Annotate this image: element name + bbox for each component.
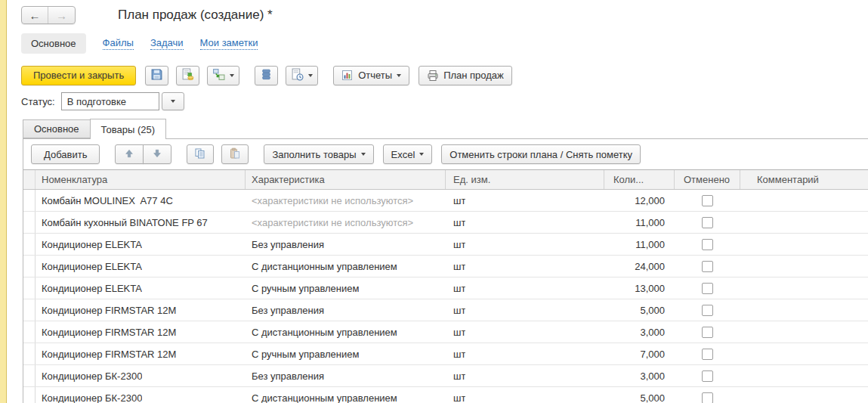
cancelled-checkbox[interactable] [702,370,713,382]
column-header-cancelled[interactable]: Отменено [675,170,740,189]
cell-unit: шт [453,349,465,360]
status-label: Статус: [21,96,55,107]
print-button-label: План продаж [443,70,504,81]
add-row-button[interactable]: Добавить [31,144,100,164]
table-row[interactable]: Кондиционер ELEKTA Без управления шт 11,… [23,234,868,256]
row-marker-cell [23,212,36,233]
cell-nomenclature: Кондиционер FIRMSTAR 12M [42,327,176,338]
cell-unit: шт [453,261,465,272]
move-down-button[interactable] [143,144,171,164]
column-header-characteristic[interactable]: Характеристика [246,170,446,189]
chevron-down-icon [419,153,424,156]
table-row[interactable]: Кондиционер БК-2300 Без управления шт 3,… [23,365,868,387]
chevron-down-icon [308,74,313,77]
row-marker-cell [23,321,36,343]
row-marker-cell [23,387,36,403]
column-header-quantity[interactable]: Коли... [604,170,675,189]
forward-button[interactable]: → [48,7,75,23]
table-row[interactable]: Комбайн MOULINEX A77 4C <характеристики … [23,190,868,212]
cell-unit: шт [453,305,465,316]
cell-unit: шт [453,370,465,382]
cell-quantity: 13,000 [635,283,665,294]
save-icon [150,68,163,83]
reports-button[interactable]: Отчеты [333,66,409,85]
printer-icon [427,70,439,82]
command-bar: Провести и закрыть Отчеты [21,65,868,85]
row-marker-column [23,170,36,189]
nav-tab-main[interactable]: Основное [21,33,86,54]
table-row[interactable]: Кондиционер FIRMSTAR 12M С дистанционным… [23,321,868,343]
reports-button-label: Отчеты [358,70,392,81]
row-marker-cell [23,256,36,277]
table-row[interactable]: Кондиционер ELEKTA С дистанционным управ… [23,256,868,277]
cancel-plan-rows-button[interactable]: Отменить строки плана / Снять пометку [441,144,641,164]
cancelled-checkbox[interactable] [702,349,713,360]
nav-tab-tasks[interactable]: Задачи [150,37,184,50]
cancelled-checkbox[interactable] [702,239,713,250]
tab-main[interactable]: Основное [23,119,91,138]
post-document-icon [181,68,194,83]
chevron-down-icon [171,100,175,103]
print-sales-plan-button[interactable]: План продаж [419,66,512,85]
cancelled-checkbox[interactable] [702,327,713,338]
save-button[interactable] [145,66,168,85]
table-row[interactable]: Комбайн кухонный BINATONE FP 67 <характе… [23,212,868,234]
back-button[interactable]: ← [22,7,48,23]
document-clock-button[interactable] [286,66,318,85]
cell-quantity: 11,000 [635,239,665,250]
arrow-up-icon [124,148,134,161]
table-toolbar: Добавить Заполнить товар [23,139,868,169]
row-marker-cell [23,190,36,211]
status-input[interactable]: В подготовке [61,92,159,110]
goods-table: Номенклатура Характеристика Ед. изм. Кол… [23,169,868,403]
create-based-on-button[interactable] [207,66,239,85]
row-marker-cell [23,365,36,386]
move-up-button[interactable] [115,144,144,164]
chevron-down-icon [230,74,234,77]
cancelled-checkbox[interactable] [702,392,713,403]
nav-tab-notes[interactable]: Мои заметки [200,37,258,50]
status-dropdown-button[interactable] [162,92,184,110]
table-row[interactable]: Кондиционер FIRMSTAR 12M С ручным управл… [23,343,868,365]
cell-characteristic: С ручным управлением [252,349,359,360]
arrow-right-icon: → [56,9,67,22]
cancelled-checkbox[interactable] [702,195,713,206]
post-and-close-button[interactable]: Провести и закрыть [21,66,136,85]
table-row[interactable]: Кондиционер FIRMSTAR 12M Без управления … [23,299,868,321]
cancelled-checkbox[interactable] [702,305,713,316]
copy-rows-button[interactable] [187,144,214,164]
post-document-button[interactable] [176,66,199,85]
cell-quantity: 3,000 [640,370,665,382]
column-header-comment[interactable]: Комментарий [740,170,868,189]
create-based-on-icon [212,68,225,83]
cell-quantity: 7,000 [640,349,665,360]
table-row[interactable]: Кондиционер ELEKTA С ручным управлением … [23,277,868,299]
cell-quantity: 24,000 [635,261,665,272]
row-marker-cell [23,277,36,299]
cell-nomenclature: Кондиционер FIRMSTAR 12M [42,305,176,316]
tab-goods[interactable]: Товары (25) [90,119,166,139]
copy-icon [194,147,206,162]
register-records-button[interactable] [255,66,278,85]
cell-characteristic: <характеристики не используются> [252,195,413,206]
cell-characteristic: С ручным управлением [252,283,359,294]
paste-rows-button[interactable] [221,144,249,164]
nav-tab-files[interactable]: Файлы [103,37,134,50]
cancelled-checkbox[interactable] [702,283,713,294]
cell-quantity: 12,000 [635,195,665,206]
excel-button[interactable]: Excel [383,144,433,164]
table-row[interactable]: Кондиционер БК-2300 С дистанционным упра… [23,387,868,403]
cell-nomenclature: Кондиционер ELEKTA [42,261,142,272]
cell-nomenclature: Кондиционер БК-2300 [42,370,142,382]
move-row-group [115,144,171,164]
goods-panel: Добавить Заполнить товар [23,138,868,403]
reports-chart-icon [341,70,354,82]
cancelled-checkbox[interactable] [702,261,713,272]
column-header-nomenclature[interactable]: Номенклатура [36,170,246,189]
cell-unit: шт [453,392,465,403]
cancelled-checkbox[interactable] [702,217,713,228]
fill-goods-button[interactable]: Заполнить товары [264,144,373,164]
column-header-unit[interactable]: Ед. изм. [446,170,604,189]
cell-characteristic: С дистанционным управлением [252,392,397,403]
fill-goods-label: Заполнить товары [272,149,356,160]
